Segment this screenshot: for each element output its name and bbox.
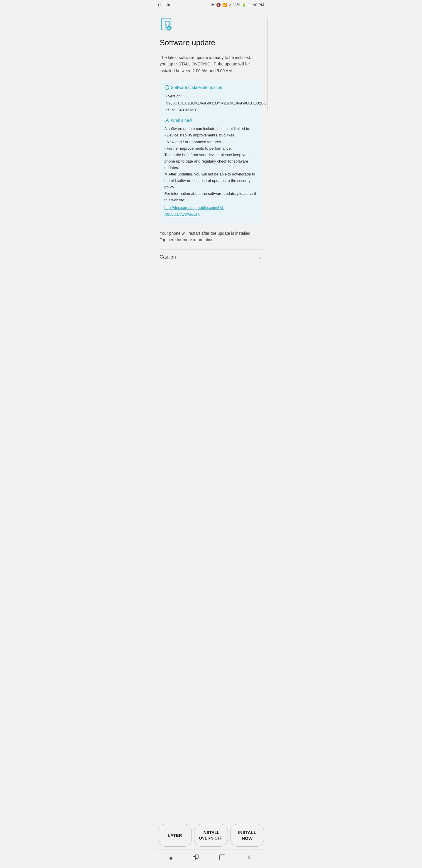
recent-apps-icon[interactable] [192,854,199,863]
bluetooth-icon: ✱ [211,2,215,7]
svg-text:i: i [166,86,167,90]
back-button[interactable] [246,854,253,863]
sim-icon: ⊟ [158,3,161,7]
main-content: Software update The latest software upda… [154,8,268,820]
info-section-header: i Software update information [164,85,258,90]
svg-rect-6 [196,855,198,858]
home-button[interactable] [169,857,172,860]
page-title: Software update [160,38,262,47]
screen-icon: ⊞ [167,3,170,7]
status-left-icons: ⊟ ⊖ ⊞ [158,3,170,7]
install-now-button[interactable]: INSTALL NOW [230,824,264,846]
spacer [160,265,262,300]
status-bar: ⊟ ⊖ ⊞ ✱ 🔇 📶 ⊘ 11% 🔋 11:30 PM [154,0,268,8]
later-button[interactable]: LATER [158,824,192,846]
battery-icon: 🔋 [241,3,246,7]
whats-new-icon [164,118,169,123]
scrollbar[interactable] [267,18,268,112]
restart-notice[interactable]: Your phone will restart after the update… [160,230,262,243]
navigation-bar [154,849,268,868]
version-text: • Version: N950U1UEU2BQK1/N950U1OYM2BQK1… [166,93,258,106]
description-text: The latest software update is ready to b… [160,54,262,74]
caution-label: Caution [160,254,176,260]
overview-button[interactable] [219,854,226,863]
status-right-icons: ✱ 🔇 📶 ⊘ 11% 🔋 11:30 PM [211,2,264,7]
info-circle-icon: i [164,85,169,90]
info-box: i Software update information • Version:… [160,80,262,223]
whats-new-content: A software update can include, but is no… [164,126,258,217]
size-text: • Size: 340.03 MB [166,106,258,113]
alarm-off-icon: ⊘ [228,3,232,7]
restart-text: Your phone will restart after the update… [160,230,262,237]
software-update-icon [160,17,175,32]
bottom-buttons: LATER INSTALL OVERNIGHT INSTALL NOW [154,820,268,849]
whats-new-header: What's new [164,118,258,123]
battery-percent: 11% [233,3,240,7]
install-overnight-button[interactable]: INSTALL OVERNIGHT [194,824,228,846]
caution-chevron-icon: ⌄ [258,254,262,260]
whats-new-text: A software update can include, but is no… [164,126,258,204]
svg-rect-7 [220,855,225,860]
caution-row[interactable]: Caution ⌄ [160,249,262,265]
notification-icon: ⊖ [162,3,166,7]
svg-point-4 [166,119,168,121]
samsung-doc-link[interactable]: http://doc.samsungmobile.com/SM-N950U1/V… [164,205,258,217]
info-details: • Version: N950U1UEU2BQK1/N950U1OYM2BQK1… [164,93,258,113]
update-icon-container [160,17,262,33]
wifi-icon: 📶 [222,3,227,7]
mute-icon: 🔇 [216,3,221,7]
time: 11:30 PM [248,3,264,7]
tap-more-info: Tap here for more information. [160,237,262,243]
svg-rect-5 [193,857,196,860]
